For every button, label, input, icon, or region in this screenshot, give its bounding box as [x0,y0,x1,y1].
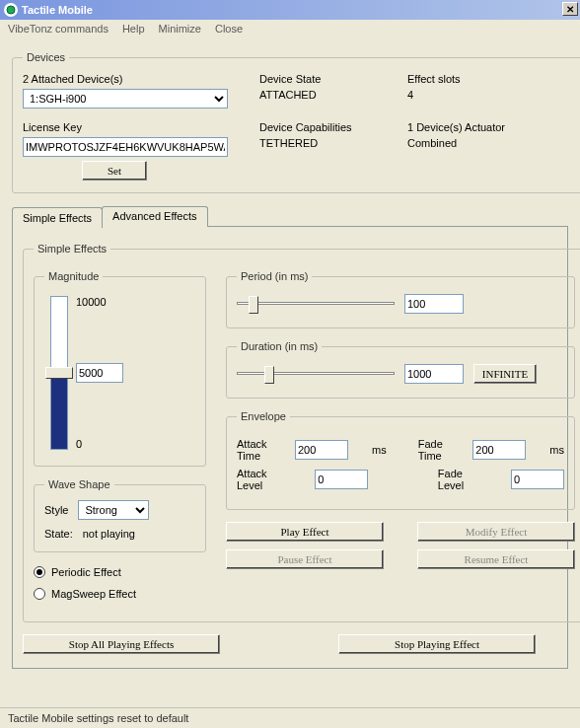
duration-group: Duration (in ms) INFINITE [226,340,575,399]
actuator-value: Combined [407,137,457,149]
fade-level-label: Fade Level [438,468,487,491]
magnitude-min: 0 [76,438,123,450]
menu-help[interactable]: Help [122,23,145,35]
tabs: Simple Effects Advanced Effects [12,205,568,226]
waveshape-legend: Wave Shape [44,478,114,490]
license-key-label: License Key [23,121,259,133]
magnitude-max: 10000 [76,296,123,308]
set-button[interactable]: Set [82,161,147,181]
infinite-button[interactable]: INFINITE [473,364,537,384]
stop-playing-button[interactable]: Stop Playing Effect [338,634,536,654]
attached-devices-label: 2 Attached Device(s) [23,73,259,85]
fade-time-input[interactable] [472,440,526,460]
menu-vibetonz[interactable]: VibeTonz commands [8,23,109,35]
magnitude-input[interactable] [76,363,123,383]
period-input[interactable] [404,294,464,314]
actuator-label: 1 Device(s) Actuator [407,121,575,133]
stop-all-button[interactable]: Stop All Playing Effects [23,634,220,654]
simple-effects-group: Simple Effects Magnitude 10000 [23,243,580,622]
magnitude-legend: Magnitude [44,270,103,282]
period-slider[interactable] [237,292,395,316]
effect-slots-value: 4 [407,89,413,101]
menu-close[interactable]: Close [215,23,243,35]
radio-magsweep[interactable]: MagSweep Effect [34,588,206,600]
duration-legend: Duration (in ms) [237,340,322,352]
attack-level-label: Attack Level [237,468,291,491]
resume-effect-button[interactable]: Resume Effect [417,549,575,569]
license-key-input[interactable] [23,137,228,157]
tab-simple-effects[interactable]: Simple Effects [12,207,103,228]
radio-magsweep-label: MagSweep Effect [51,588,136,600]
tab-advanced-effects[interactable]: Advanced Effects [102,206,207,227]
devices-group: Devices 2 Attached Device(s) 1:SGH-i900 … [12,51,580,193]
magnitude-slider-thumb[interactable] [45,367,73,379]
svg-point-0 [7,6,15,14]
envelope-legend: Envelope [237,410,290,422]
simple-effects-legend: Simple Effects [34,243,110,255]
modify-effect-button[interactable]: Modify Effect [417,522,575,542]
duration-input[interactable] [404,364,464,384]
device-state-label: Device State [259,73,407,85]
pause-effect-button[interactable]: Pause Effect [226,549,384,569]
state-label: State: [44,528,73,540]
tab-pane-simple: Simple Effects Magnitude 10000 [12,226,568,669]
attack-time-label: Attack Time [237,438,271,462]
status-bar: Tactile Mobile settings reset to default [0,707,580,728]
radio-periodic[interactable]: Periodic Effect [34,566,206,578]
magnitude-slider[interactable] [50,296,68,450]
device-caps-value: TETHERED [259,137,318,149]
attack-time-unit: ms [372,444,387,456]
effect-slots-label: Effect slots [407,73,575,85]
app-icon [4,3,18,17]
duration-slider[interactable] [237,362,395,386]
style-select[interactable]: Strong [78,500,149,520]
attack-time-input[interactable] [295,440,348,460]
style-label: Style [44,504,68,516]
menubar: VibeTonz commands Help Minimize Close [0,20,580,37]
device-state-value: ATTACHED [259,89,317,101]
envelope-group: Envelope Attack Time ms Fade Time ms Att… [226,410,575,510]
close-icon[interactable]: ✕ [562,2,578,16]
devices-legend: Devices [23,51,69,63]
state-value: not playing [83,528,135,540]
period-group: Period (in ms) [226,270,575,328]
radio-icon [34,588,45,600]
menu-minimize[interactable]: Minimize [159,23,201,35]
fade-time-unit: ms [549,444,564,456]
waveshape-group: Wave Shape Style Strong State: not playi… [34,478,206,552]
radio-periodic-label: Periodic Effect [51,566,121,578]
radio-icon [34,566,45,578]
fade-time-label: Fade Time [418,438,450,462]
period-legend: Period (in ms) [237,270,312,282]
period-slider-thumb[interactable] [249,296,258,314]
play-effect-button[interactable]: Play Effect [226,522,384,542]
attack-level-input[interactable] [315,470,368,489]
device-caps-label: Device Capabilities [259,121,407,133]
window-title: Tactile Mobile [22,4,93,16]
titlebar: Tactile Mobile ✕ [0,0,580,20]
fade-level-input[interactable] [511,470,564,489]
duration-slider-thumb[interactable] [264,366,274,384]
device-select[interactable]: 1:SGH-i900 [23,89,228,109]
magnitude-group: Magnitude 10000 0 [34,270,206,467]
